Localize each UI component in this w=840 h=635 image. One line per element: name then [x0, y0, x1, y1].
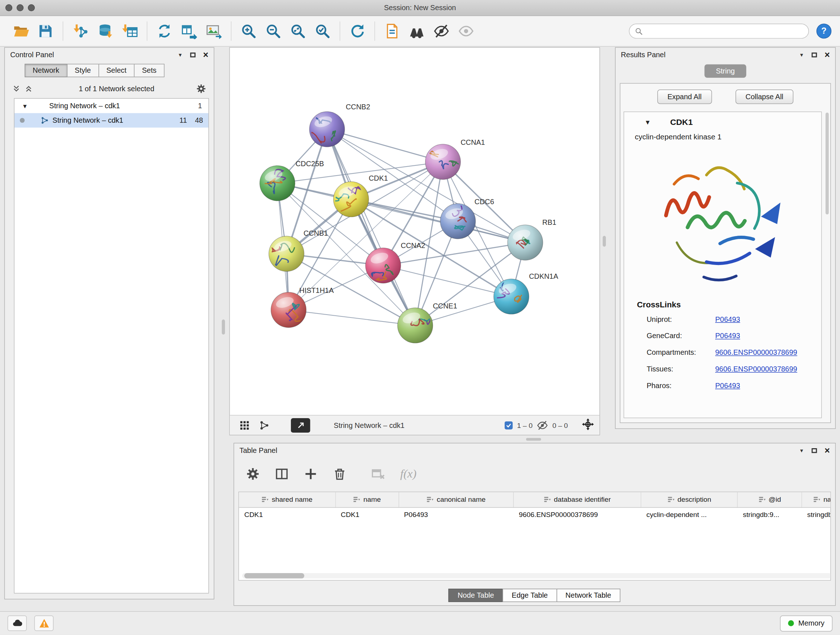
show-graphics-details-button[interactable]: [454, 19, 478, 43]
collapse-all-icon[interactable]: [12, 84, 20, 92]
tab-network-table[interactable]: Network Table: [556, 589, 621, 602]
table-panel-header: Table Panel ▾ ×: [234, 443, 835, 458]
network-options-gear-icon[interactable]: [196, 83, 206, 93]
network-edge-CCNA2-CDKN1A[interactable]: [383, 265, 511, 296]
panel-menu-icon[interactable]: ▾: [800, 447, 803, 454]
export-image-button[interactable]: [202, 19, 226, 43]
column-header-name[interactable]: name: [335, 492, 399, 507]
table-row[interactable]: CDK1CDK1P064939606.ENSP00000378699cyclin…: [239, 507, 831, 522]
float-panel-icon[interactable]: [190, 52, 196, 57]
network-edge-HIST1H1A-CCNE1[interactable]: [289, 310, 415, 325]
zoom-in-icon: [240, 23, 256, 39]
network-collection-row[interactable]: ▼ String Network – cdk1 1: [14, 98, 208, 113]
panel-menu-icon[interactable]: ▾: [179, 51, 182, 58]
tab-edge-table[interactable]: Edge Table: [502, 589, 557, 602]
zoom-selected-button[interactable]: [310, 19, 335, 43]
column-header-description[interactable]: description: [641, 492, 737, 507]
tab-network[interactable]: Network: [25, 64, 67, 77]
float-panel-icon[interactable]: [812, 448, 817, 453]
tab-sets[interactable]: Sets: [134, 64, 164, 77]
network-node-CCNB2[interactable]: CCNB2: [309, 103, 370, 147]
table-toolbar: f(x): [234, 457, 835, 491]
network-node-CDK1[interactable]: CDK1: [331, 174, 388, 217]
panel-menu-icon[interactable]: ▾: [800, 51, 803, 58]
birds-eye-view-button[interactable]: [291, 418, 310, 432]
tab-node-table[interactable]: Node Table: [448, 589, 503, 602]
network-edge-CDK1-RB1[interactable]: [351, 199, 525, 242]
crosslink-link[interactable]: P06493: [715, 315, 740, 323]
expand-all-icon[interactable]: [25, 84, 33, 92]
close-panel-icon[interactable]: ×: [203, 50, 208, 59]
table-options-gear-icon[interactable]: [246, 467, 260, 481]
crosslink-link[interactable]: P06493: [715, 382, 740, 390]
network-edge-CCNB2-CCNE1[interactable]: [327, 129, 415, 325]
network-node-CCNA1[interactable]: CCNA1: [425, 138, 485, 180]
import-network-file-button[interactable]: [68, 19, 93, 43]
add-column-icon[interactable]: [304, 467, 318, 481]
maximize-window-button[interactable]: [28, 4, 35, 11]
title-bar: Session: New Session: [0, 0, 840, 16]
column-header-database-identifier[interactable]: database identifier: [513, 492, 641, 507]
network-edge-CCNB2-CCNA1[interactable]: [327, 129, 443, 162]
show-columns-icon[interactable]: [275, 467, 289, 481]
network-bullet-icon: [20, 118, 25, 123]
node-table: shared namenamecanonical namedatabase id…: [238, 492, 831, 581]
import-table-button[interactable]: [117, 19, 142, 43]
zoom-fit-button[interactable]: [286, 19, 310, 43]
close-panel-icon[interactable]: ×: [824, 50, 830, 59]
table-horizontal-scrollbar[interactable]: [242, 573, 831, 578]
binoculars-button[interactable]: [404, 19, 429, 43]
float-panel-icon[interactable]: [812, 52, 817, 57]
minimize-window-button[interactable]: [17, 4, 24, 11]
expand-all-button[interactable]: Expand All: [657, 89, 712, 104]
horizontal-splitter[interactable]: [526, 438, 541, 440]
delete-column-icon[interactable]: [333, 467, 347, 481]
network-node-CDKN1A[interactable]: CDKN1A: [494, 272, 559, 314]
search-input[interactable]: [646, 27, 803, 35]
new-network-from-selection-button[interactable]: [177, 19, 202, 43]
vertical-splitter-left[interactable]: [222, 320, 225, 334]
network-canvas[interactable]: CCNB2CCNA1CDC25BCDK1CDC6RB1CCNB1CCNA2CDK…: [230, 48, 600, 416]
vertical-splitter-right[interactable]: [603, 236, 606, 247]
column-header-shared-name[interactable]: shared name: [239, 492, 335, 507]
copy-document-button[interactable]: [380, 19, 404, 43]
memory-button[interactable]: Memory: [780, 615, 832, 631]
collection-disclosure-icon[interactable]: ▼: [22, 103, 28, 109]
tab-string[interactable]: String: [704, 65, 746, 78]
tab-style[interactable]: Style: [66, 64, 99, 77]
control-panel-title: Control Panel: [10, 51, 54, 59]
cloud-button[interactable]: [8, 616, 27, 631]
column-header-namespace[interactable]: namespace: [802, 492, 831, 507]
save-session-button[interactable]: [33, 19, 58, 43]
network-view-button[interactable]: [259, 420, 270, 430]
zoom-out-button[interactable]: [261, 19, 286, 43]
close-window-button[interactable]: [5, 4, 12, 11]
column-header-canonical-name[interactable]: canonical name: [399, 492, 514, 507]
cycle-arrows-icon: [156, 23, 172, 39]
refresh-view-button[interactable]: [345, 19, 370, 43]
grid-view-button[interactable]: [240, 420, 249, 430]
network-share-icon: [41, 116, 49, 124]
network-row-selected[interactable]: String Network – cdk1 11 48: [14, 113, 208, 127]
zoom-in-button[interactable]: [236, 19, 261, 43]
import-network-database-button[interactable]: [93, 19, 117, 43]
network-node-RB1[interactable]: RB1: [508, 218, 556, 260]
collapse-all-button[interactable]: Collapse All: [736, 89, 794, 104]
close-panel-icon[interactable]: ×: [824, 446, 830, 455]
gene-disclosure-icon[interactable]: ▼: [644, 119, 651, 126]
pan-tool-button[interactable]: [582, 418, 594, 432]
crosslink-link[interactable]: P06493: [715, 332, 740, 340]
crosslink-link[interactable]: 9606.ENSP00000378699: [715, 365, 797, 373]
warnings-button[interactable]: [34, 616, 54, 631]
refresh-network-button[interactable]: [152, 19, 177, 43]
help-button[interactable]: ?: [816, 24, 831, 38]
column-header--id[interactable]: @id: [737, 492, 802, 507]
open-session-button[interactable]: [9, 19, 33, 43]
network-node-HIST1H1A[interactable]: HIST1H1A: [271, 287, 334, 328]
crosslink-link[interactable]: 9606.ENSP00000378699: [715, 348, 797, 356]
tab-select[interactable]: Select: [98, 64, 134, 77]
selected-nodes-checkbox[interactable]: [505, 421, 513, 429]
network-node-CCNB1[interactable]: CCNB1: [269, 229, 328, 272]
hide-graphics-details-button[interactable]: [429, 19, 454, 43]
results-scrollbar[interactable]: [825, 111, 829, 418]
